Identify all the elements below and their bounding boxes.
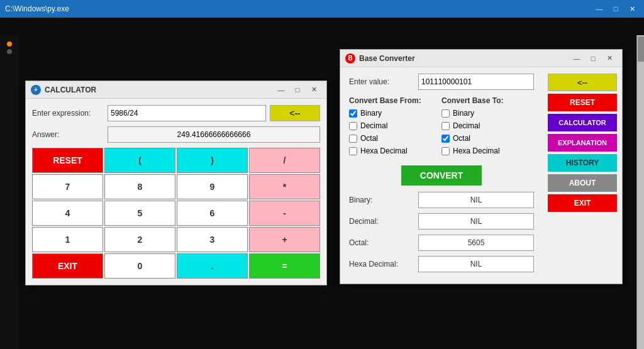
backspace-button[interactable]: <-- — [270, 105, 320, 121]
console-area: + CALCULATOR — □ ✕ Enter expression: <--… — [0, 18, 644, 349]
result-hex-label: Hexa Decimal: — [349, 260, 418, 269]
conv-to-binary-check[interactable] — [441, 109, 450, 118]
conv-from-hex-check[interactable] — [349, 147, 357, 155]
calc-subtract-btn[interactable]: - — [249, 201, 320, 226]
calc-close-btn[interactable]: ✕ — [306, 84, 321, 96]
convert-button[interactable]: CONVERT — [401, 165, 482, 186]
result-hex-row: Hexa Decimal: NIL — [349, 256, 534, 272]
conv-to-hex-label: Hexa Decimal — [453, 147, 500, 155]
calc-divide-btn[interactable]: / — [249, 148, 320, 173]
conv-from-octal-check[interactable] — [349, 135, 357, 143]
calc-2-btn[interactable]: 2 — [104, 227, 175, 252]
calc-3-btn[interactable]: 3 — [177, 227, 248, 252]
conv-from-col: Convert Base From: Binary Decimal — [349, 96, 441, 159]
left-bar — [0, 35, 19, 349]
minimize-button[interactable]: — — [592, 3, 606, 14]
conv-titlebar: B Base Converter — □ ✕ — [340, 50, 622, 67]
answer-row: Answer: — [32, 126, 320, 143]
conv-from-octal: Octal — [349, 134, 441, 143]
calc-open-paren-btn[interactable]: ( — [104, 148, 175, 173]
conv-from-octal-label: Octal — [360, 134, 378, 143]
result-decimal-value: NIL — [418, 213, 534, 230]
conv-explanation-btn[interactable]: EXPLANATION — [548, 134, 617, 152]
conv-about-btn[interactable]: ABOUT — [548, 174, 617, 192]
calc-9-btn[interactable]: 9 — [177, 174, 248, 199]
conv-content: Enter value: Convert Base From: Binary — [340, 67, 622, 284]
result-hex-value: NIL — [418, 256, 534, 272]
calc-0-btn[interactable]: 0 — [104, 253, 175, 279]
calc-5-btn[interactable]: 5 — [104, 201, 175, 226]
titlebar: C:\Windows\py.exe — □ ✕ — [0, 0, 644, 18]
scrollbar-thumb[interactable] — [638, 36, 644, 62]
desktop: C:\Windows\py.exe — □ ✕ + CALCULATOR — □ — [0, 0, 644, 349]
calc-exit-btn[interactable]: EXIT — [32, 253, 103, 279]
calc-reset-btn[interactable]: RESET — [32, 148, 103, 173]
calc-1-btn[interactable]: 1 — [32, 227, 103, 252]
conv-from-binary-check[interactable] — [349, 109, 357, 118]
conv-reset-btn[interactable]: RESET — [548, 94, 617, 111]
calc-minimize-btn[interactable]: — — [274, 84, 289, 96]
calc-dot-btn[interactable]: . — [177, 253, 248, 279]
conv-to-binary-label: Binary — [453, 109, 474, 118]
conv-to-octal: Octal — [441, 134, 534, 143]
close-button[interactable]: ✕ — [625, 3, 639, 14]
titlebar-title: C:\Windows\py.exe — [5, 4, 592, 13]
indicator-dot — [7, 49, 12, 54]
result-binary-label: Binary: — [349, 196, 418, 204]
maximize-button[interactable]: □ — [609, 3, 623, 14]
conv-btn-row: CONVERT — [349, 165, 534, 186]
calc-grid: RESET ( ) / 7 8 9 * 4 5 6 - 1 2 3 + — [32, 148, 320, 279]
conv-to-decimal-check[interactable] — [441, 122, 450, 130]
result-octal-row: Octal: 5605 — [349, 235, 534, 251]
side-buttons-panel: <-- RESET CALCULATOR EXPLANATION HISTORY… — [543, 67, 622, 284]
conv-to-hex: Hexa Decimal — [441, 147, 534, 155]
conv-to-hex-check[interactable] — [441, 147, 450, 155]
conv-title: Base Converter — [359, 54, 569, 63]
conv-from-title: Convert Base From: — [349, 96, 441, 105]
answer-input — [108, 126, 320, 143]
calc-8-btn[interactable]: 8 — [104, 174, 175, 199]
conv-history-btn[interactable]: HISTORY — [548, 154, 617, 172]
conv-to-col: Convert Base To: Binary Decimal — [441, 96, 534, 159]
expression-label: Enter expression: — [32, 109, 108, 118]
result-octal-value: 5605 — [418, 235, 534, 251]
conv-from-decimal-check[interactable] — [349, 122, 357, 130]
conv-win-buttons: — □ ✕ — [569, 53, 617, 64]
calculator-window: + CALCULATOR — □ ✕ Enter expression: <--… — [25, 80, 327, 285]
calc-add-btn[interactable]: + — [249, 227, 320, 252]
conv-enter-label: Enter value: — [349, 77, 418, 86]
scrollbar[interactable] — [636, 35, 644, 349]
calc-close-paren-btn[interactable]: ) — [177, 148, 248, 173]
expression-row: Enter expression: <-- — [32, 105, 320, 121]
conv-from-binary: Binary — [349, 109, 441, 118]
conv-minimize-btn[interactable]: — — [569, 53, 584, 64]
conv-to-octal-check[interactable] — [441, 135, 450, 143]
conv-to-decimal-label: Decimal — [453, 121, 480, 130]
conv-icon: B — [345, 53, 355, 64]
calc-6-btn[interactable]: 6 — [177, 201, 248, 226]
conv-calc-btn[interactable]: CALCULATOR — [548, 114, 617, 131]
calc-4-btn[interactable]: 4 — [32, 201, 103, 226]
conv-close-btn[interactable]: ✕ — [602, 53, 617, 64]
calc-title: CALCULATOR — [45, 86, 274, 94]
calc-titlebar: + CALCULATOR — □ ✕ — [26, 81, 326, 99]
conv-maximize-btn[interactable]: □ — [586, 53, 601, 64]
conv-value-input[interactable] — [418, 74, 534, 90]
conv-backspace-btn[interactable]: <-- — [548, 74, 617, 91]
calc-equals-btn[interactable]: = — [249, 253, 320, 279]
calc-multiply-btn[interactable]: * — [249, 174, 320, 199]
answer-label: Answer: — [32, 130, 108, 139]
result-octal-label: Octal: — [349, 238, 418, 247]
expression-input[interactable] — [108, 105, 266, 121]
conv-exit-btn[interactable]: EXIT — [548, 194, 617, 212]
calc-7-btn[interactable]: 7 — [32, 174, 103, 199]
conv-main: Enter value: Convert Base From: Binary — [340, 67, 543, 284]
result-binary-value: NIL — [418, 192, 534, 208]
conv-to-decimal: Decimal — [441, 121, 534, 130]
conv-to-octal-label: Octal — [453, 134, 470, 143]
conv-from-binary-label: Binary — [360, 109, 382, 118]
conv-to-title: Convert Base To: — [441, 96, 534, 105]
result-decimal-label: Decimal: — [349, 217, 418, 226]
result-decimal-row: Decimal: NIL — [349, 213, 534, 230]
calc-maximize-btn[interactable]: □ — [290, 84, 305, 96]
